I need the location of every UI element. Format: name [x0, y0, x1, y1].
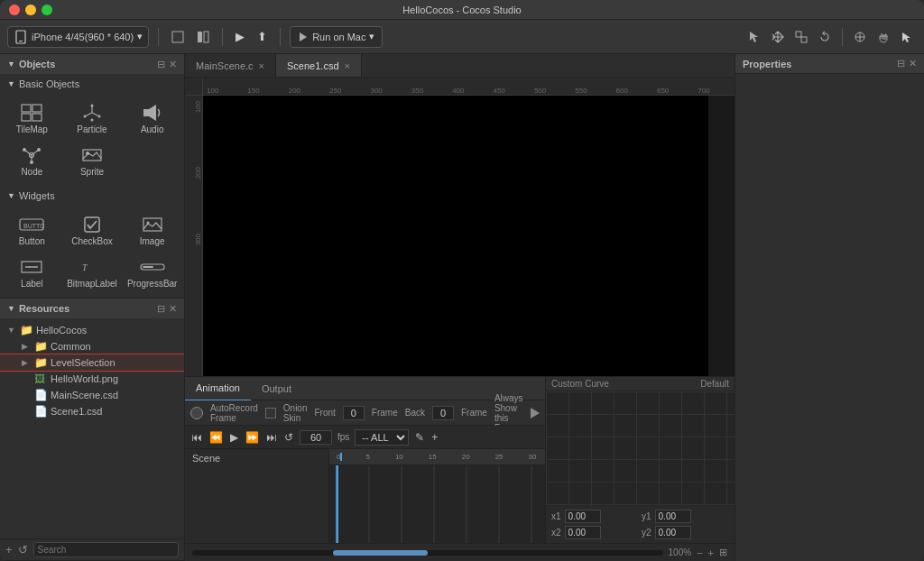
properties-undock-btn[interactable]: ⊟: [897, 58, 905, 69]
object-audio[interactable]: Audio: [124, 99, 180, 138]
timeline-grid: [329, 465, 545, 543]
play-anim-btn[interactable]: ▶: [229, 430, 239, 445]
anim-play-btn[interactable]: [531, 408, 540, 418]
ruler-tick: 500: [534, 87, 546, 95]
sep2: [222, 28, 223, 46]
ruler-tick: 200: [289, 87, 300, 95]
minimize-button[interactable]: [25, 5, 36, 15]
resources-header-actions: ⊟ ✕: [157, 303, 177, 315]
goto-start-btn[interactable]: ⏮: [190, 430, 203, 445]
arrow-cursor-icon: [901, 31, 913, 43]
label-widget-label: Label: [21, 279, 42, 289]
ruler-tick: 550: [575, 87, 587, 95]
play-button[interactable]: ▶: [232, 28, 248, 45]
tree-item-levelselection[interactable]: ▶ 📁 LevelSelection: [0, 354, 184, 371]
common-label: Common: [51, 341, 91, 352]
object-sprite[interactable]: Sprite: [64, 142, 121, 180]
next-frame-btn[interactable]: ⏩: [245, 430, 260, 445]
onionskin-checkbox[interactable]: [265, 408, 276, 418]
scroll-track[interactable]: [192, 550, 663, 556]
object-node[interactable]: Node: [4, 142, 60, 180]
sep1: [158, 28, 159, 46]
maximize-button[interactable]: [42, 5, 52, 15]
tree-item-mainscenecsd[interactable]: ▶ 📄 MainScene.csd: [0, 387, 184, 403]
filter-dropdown[interactable]: -- ALL --: [355, 429, 409, 446]
anchor-tool[interactable]: [850, 29, 870, 45]
properties-title: Properties: [743, 59, 791, 69]
y2-input[interactable]: [655, 526, 691, 539]
y1-input[interactable]: [655, 510, 691, 523]
widget-checkbox[interactable]: CheckBox: [64, 211, 121, 250]
resources-add-btn[interactable]: +: [5, 543, 13, 556]
x1-input[interactable]: [565, 510, 601, 523]
move-tool[interactable]: [768, 29, 788, 45]
progressbar-label: ProgressBar: [127, 279, 178, 289]
button-widget-icon: BUTTON: [19, 215, 44, 235]
tree-item-hellococos[interactable]: ▼ 📁 HelloCocos: [0, 322, 184, 338]
widget-image[interactable]: Image: [124, 211, 180, 250]
tab-scene1[interactable]: Scene1.csd ×: [276, 54, 362, 77]
x2-label: x2: [551, 528, 561, 538]
label-widget-icon: [19, 257, 44, 277]
object-tilemap[interactable]: TileMap: [4, 99, 60, 138]
widget-bitmaplabel[interactable]: T BitmapLabel: [64, 253, 121, 292]
ruler-tick: 650: [657, 87, 669, 95]
bitmaplabel-label: BitmapLabel: [67, 279, 117, 289]
hand-tool[interactable]: [873, 29, 893, 45]
select-tool[interactable]: [744, 29, 764, 45]
animation-bottom-right: Custom Curve Default x1 y1: [545, 377, 735, 543]
loop-btn[interactable]: ↺: [283, 430, 294, 445]
tree-item-common[interactable]: ▶ 📁 Common: [0, 338, 184, 354]
goto-end-btn[interactable]: ⏭: [265, 430, 278, 445]
resources-refresh-btn[interactable]: ↺: [18, 543, 28, 556]
ruler-tick: 450: [494, 87, 505, 95]
basic-objects-header: ▼ Basic Objects: [0, 74, 184, 94]
onion-skin-label: Onion Skin: [283, 403, 308, 423]
add-key-btn[interactable]: +: [430, 430, 439, 445]
front-value-input[interactable]: [343, 406, 365, 420]
object-particle[interactable]: Particle: [64, 99, 121, 138]
rotate-tool[interactable]: [815, 29, 835, 45]
properties-close-btn[interactable]: ✕: [909, 58, 917, 69]
widget-button[interactable]: BUTTON Button: [4, 211, 60, 250]
frame-count-input[interactable]: 60: [300, 430, 332, 445]
svg-point-39: [146, 222, 149, 225]
zoom-out-btn[interactable]: −: [697, 547, 702, 558]
basic-objects-title: Basic Objects: [19, 78, 79, 89]
objects-undock-btn[interactable]: ⊟: [157, 59, 165, 70]
objects-close-btn[interactable]: ✕: [169, 59, 177, 70]
record-btn[interactable]: [190, 407, 203, 419]
cursor-arrow-tool[interactable]: [897, 29, 917, 45]
svg-marker-5: [300, 32, 307, 41]
tab-scene1-close[interactable]: ×: [345, 60, 350, 71]
upload-button[interactable]: ⬆: [254, 28, 271, 45]
tree-item-helloworldpng[interactable]: ▶ 🖼 HelloWorld.png: [0, 371, 184, 387]
curve-grid: [546, 391, 735, 506]
zoom-in-btn[interactable]: +: [708, 547, 714, 558]
tab-mainscene[interactable]: MainScene.c ×: [185, 54, 276, 77]
widget-progressbar[interactable]: ProgressBar: [124, 253, 180, 292]
node-icon: [19, 145, 44, 165]
back-value-input[interactable]: [432, 406, 454, 420]
device-label: iPhone 4/45(960 * 640): [32, 32, 134, 42]
scale-tool[interactable]: [791, 29, 811, 45]
device-selector[interactable]: iPhone 4/45(960 * 640) ▾: [7, 26, 149, 48]
view-mode-btn2[interactable]: [193, 29, 213, 45]
zoom-fit-btn[interactable]: ⊞: [719, 547, 727, 558]
resources-undock-btn[interactable]: ⊟: [157, 303, 165, 315]
audio-icon: [140, 103, 165, 123]
view-mode-btn1[interactable]: [168, 29, 188, 45]
run-on-mac-button[interactable]: Run on Mac ▾: [290, 26, 383, 48]
resources-close-btn[interactable]: ✕: [169, 303, 177, 315]
resources-search-input[interactable]: [33, 542, 179, 557]
x2-input[interactable]: [565, 526, 601, 539]
prev-frame-btn[interactable]: ⏪: [208, 430, 224, 445]
anim-tab-output[interactable]: Output: [251, 377, 302, 400]
anim-tab-animation[interactable]: Animation: [185, 377, 251, 401]
ruler-tick: 350: [411, 87, 423, 95]
tab-mainscene-close[interactable]: ×: [259, 60, 264, 71]
tree-item-scene1csd[interactable]: ▶ 📄 Scene1.csd: [0, 403, 184, 419]
widget-label[interactable]: Label: [4, 253, 60, 292]
pencil-btn[interactable]: ✎: [414, 430, 425, 445]
close-button[interactable]: [9, 5, 20, 15]
